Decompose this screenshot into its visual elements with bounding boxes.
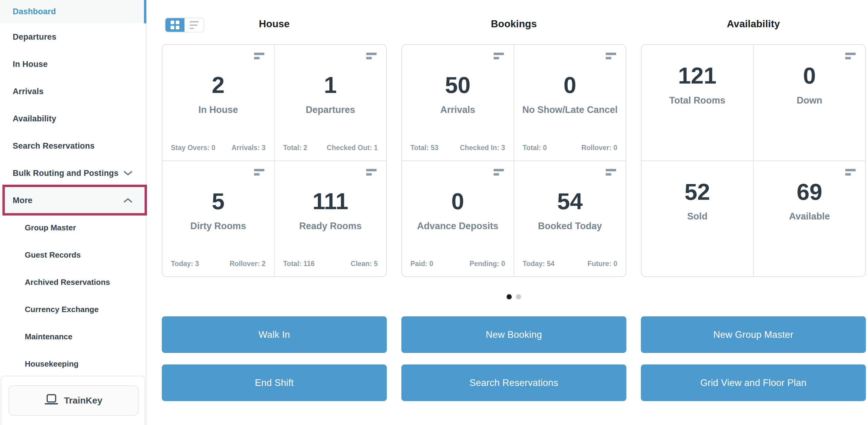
card-label: In House	[198, 105, 238, 115]
card-label: Available	[789, 211, 830, 222]
trainkey-button[interactable]: TrainKey	[8, 385, 138, 416]
sidebar-item-search-reservations[interactable]: Search Reservations	[0, 132, 146, 160]
card-stat-right: Rollover: 0	[581, 144, 617, 152]
card-value: 111	[312, 189, 348, 214]
stat-card-sold[interactable]: 52 Sold	[642, 161, 753, 277]
card-value: 69	[797, 180, 822, 204]
sidebar-subitem-currency-exchange[interactable]: Currency Exchange	[0, 296, 146, 323]
bookings-panel: 50 Arrivals Total: 53 Checked In: 3 0 No…	[401, 44, 626, 277]
availability-panel: 121 Total Rooms 0 Down 52 Sold	[641, 44, 866, 277]
pagination-dot-2[interactable]	[516, 294, 521, 300]
sidebar-item-label: In House	[13, 60, 48, 69]
sidebar-item-in-house[interactable]: In House	[0, 51, 146, 78]
card-stat-right: Checked Out: 1	[327, 144, 378, 152]
sidebar-item-label: Departures	[13, 32, 57, 42]
card-label: Arrivals	[440, 105, 475, 115]
chevron-up-icon[interactable]	[123, 198, 132, 203]
list-icon	[190, 21, 199, 29]
card-menu-icon[interactable]	[606, 53, 616, 59]
sidebar-item-label: Arrivals	[13, 87, 43, 96]
card-menu-icon[interactable]	[494, 169, 504, 176]
card-label: Down	[797, 95, 822, 106]
search-reservations-button[interactable]: Search Reservations	[401, 365, 626, 401]
card-stat-left: Total: 53	[410, 144, 438, 152]
card-stat-left: Total: 116	[283, 260, 314, 268]
column-headers: House Bookings Availability	[162, 18, 866, 30]
card-value: 0	[563, 73, 576, 97]
stat-card-available[interactable]: 69 Available	[754, 161, 865, 277]
sidebar: Dashboard Departures In House Arrivals A…	[0, 0, 146, 425]
card-label: Total Rooms	[669, 95, 725, 106]
card-menu-icon[interactable]	[845, 169, 856, 176]
active-indicator-bar	[144, 0, 146, 23]
walk-in-button[interactable]: Walk In	[162, 316, 387, 353]
sidebar-item-departures[interactable]: Departures	[0, 23, 146, 51]
card-stat-left: Today: 3	[171, 260, 199, 268]
sidebar-subitem-housekeeping[interactable]: Housekeeping	[0, 350, 146, 377]
card-stat-right: Pending: 0	[469, 260, 505, 268]
grid-icon	[170, 21, 179, 29]
sidebar-item-dashboard[interactable]: Dashboard	[0, 0, 146, 23]
sidebar-item-label: Availability	[13, 114, 56, 123]
stat-card-dirty-rooms[interactable]: 5 Dirty Rooms Today: 3 Rollover: 2	[162, 161, 274, 277]
card-menu-icon[interactable]	[366, 169, 376, 176]
stat-card-booked-today[interactable]: 54 Booked Today Today: 54 Future: 0	[514, 161, 626, 277]
grid-view-button[interactable]	[165, 18, 185, 32]
stat-card-in-house[interactable]: 2 In House Stay Overs: 0 Arrivals: 3	[162, 45, 274, 161]
sidebar-subitem-label: Group Master	[25, 223, 76, 232]
pagination-dot-1[interactable]	[506, 294, 512, 300]
column-title-availability: Availability	[641, 18, 866, 30]
card-value: 54	[557, 189, 583, 214]
stat-card-arrivals[interactable]: 50 Arrivals Total: 53 Checked In: 3	[402, 45, 514, 161]
sidebar-subitem-guest-records[interactable]: Guest Records	[0, 241, 146, 268]
card-menu-icon[interactable]	[494, 53, 504, 59]
card-stat-right: Checked In: 3	[460, 144, 505, 152]
card-label: Ready Rooms	[299, 221, 362, 232]
chevron-down-icon[interactable]	[123, 170, 132, 176]
stat-card-departures[interactable]: 1 Departures Total: 2 Checked Out: 1	[275, 45, 386, 161]
laptop-icon	[45, 394, 58, 407]
sidebar-item-label: Dashboard	[13, 7, 56, 16]
sidebar-item-bulk-routing-and-postings[interactable]: Bulk Routing and Postings	[0, 160, 146, 187]
card-value: 2	[212, 73, 224, 97]
sidebar-subitem-archived-reservations[interactable]: Archived Reservations	[0, 268, 146, 296]
sidebar-item-arrivals[interactable]: Arrivals	[0, 78, 146, 105]
card-label: Dirty Rooms	[190, 221, 246, 232]
sidebar-subitem-label: Maintenance	[25, 332, 72, 341]
stat-card-advance-deposits[interactable]: 0 Advance Deposits Paid: 0 Pending: 0	[402, 161, 514, 277]
card-stat-right: Arrivals: 3	[231, 144, 266, 152]
card-label: Advance Deposits	[417, 221, 498, 232]
card-value: 1	[324, 73, 337, 97]
stat-card-ready-rooms[interactable]: 111 Ready Rooms Total: 116 Clean: 5	[275, 161, 386, 277]
carousel-pagination	[162, 294, 866, 300]
list-view-button[interactable]	[185, 18, 204, 32]
sidebar-subitem-maintenance[interactable]: Maintenance	[0, 323, 146, 350]
sidebar-subitem-label: Guest Records	[25, 250, 81, 260]
sidebar-subitem-group-master[interactable]: Group Master	[0, 214, 146, 241]
card-label: No Show/Late Cancel	[522, 105, 618, 115]
card-value: 52	[684, 180, 710, 204]
card-stat-right: Rollover: 2	[229, 260, 266, 268]
grid-view-floor-plan-button[interactable]: Grid View and Floor Plan	[641, 365, 866, 401]
sidebar-item-label: Search Reservations	[13, 141, 95, 151]
sidebar-item-availability[interactable]: Availability	[0, 105, 146, 132]
new-group-master-button[interactable]: New Group Master	[641, 316, 866, 353]
card-menu-icon[interactable]	[254, 169, 264, 176]
card-menu-icon[interactable]	[366, 53, 376, 59]
sidebar-subitem-label: Currency Exchange	[25, 305, 99, 314]
dashboard-main: House Bookings Availability 2 In House S…	[162, 0, 866, 425]
new-booking-button[interactable]: New Booking	[401, 316, 626, 353]
sidebar-item-more[interactable]: More	[0, 187, 146, 214]
stat-card-total-rooms[interactable]: 121 Total Rooms	[642, 45, 753, 161]
stat-card-no-show-late-cancel[interactable]: 0 No Show/Late Cancel Total: 0 Rollover:…	[514, 45, 626, 161]
card-stat-left: Total: 0	[523, 144, 547, 152]
stat-card-down[interactable]: 0 Down	[754, 45, 865, 161]
end-shift-button[interactable]: End Shift	[162, 365, 387, 401]
card-stat-right: Future: 0	[588, 260, 617, 268]
card-label: Sold	[687, 211, 707, 222]
card-menu-icon[interactable]	[845, 53, 856, 59]
card-stat-left: Total: 2	[283, 144, 307, 152]
card-menu-icon[interactable]	[606, 169, 616, 176]
card-value: 50	[445, 73, 471, 97]
card-menu-icon[interactable]	[254, 53, 264, 59]
